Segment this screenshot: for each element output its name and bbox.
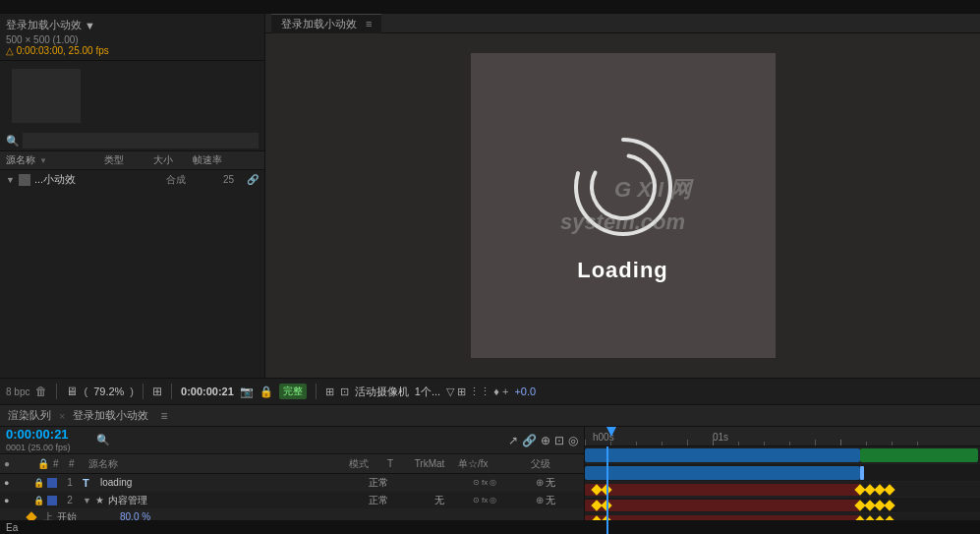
comp-tab-close[interactable]: ≡ <box>366 18 372 30</box>
toolbar-sep-4 <box>316 384 317 399</box>
layer-type-text-icon: T <box>83 477 96 489</box>
fx-icon-1[interactable]: fx <box>482 478 488 487</box>
project-thumbnail <box>12 69 81 123</box>
toolbar-sep-2 <box>143 384 144 399</box>
lch-t: T <box>387 458 401 469</box>
left-panel: 登录加载小动效 ▼ 500 × 500 (1.00) △ 0:00:03:00,… <box>0 14 265 378</box>
col-header-size: 大小 <box>153 153 183 167</box>
time-sub: 0001 (25.00 fps) <box>6 443 85 453</box>
lock-icon[interactable]: 🔒 <box>259 386 273 398</box>
motion-blur-1[interactable]: ◎ <box>490 478 496 487</box>
table-row[interactable]: ● 🔒 1 T loading 正常 ⊙ fx ◎ ⊕ <box>0 474 584 492</box>
center-panel: 登录加载小动效 ≡ Loading G X <box>265 14 980 378</box>
solo-icon-1[interactable]: ⊙ <box>473 478 480 487</box>
comp-tab[interactable]: 登录加载小动效 ≡ <box>271 14 381 33</box>
tab-separator: × <box>59 410 65 422</box>
view-icon2[interactable]: ⊡ <box>340 386 349 398</box>
file-name: ...小动效 <box>34 172 162 187</box>
layer-trkmat-2[interactable]: 无 <box>434 494 469 507</box>
time-display[interactable]: 0:00:00:21 <box>6 427 85 443</box>
solo-icon-2[interactable]: ⊙ <box>473 496 480 504</box>
view-icons[interactable]: ▽ ⊞ ⋮⋮ ♦ + <box>446 386 508 398</box>
playhead-marker[interactable] <box>606 427 616 437</box>
toolbar-sep-1 <box>56 384 57 399</box>
search-icon: 🔍 <box>6 135 20 148</box>
lock-icon-1[interactable]: 🔒 <box>33 478 43 488</box>
project-title: 登录加载小动效 ▼ <box>6 18 259 32</box>
layer-star-icon: ★ <box>95 495 104 505</box>
project-search-input[interactable] <box>23 133 259 148</box>
col-header-rate: 帧速率 <box>193 153 232 167</box>
layer-parent-2[interactable]: 无 <box>546 494 580 507</box>
lock-icon-2[interactable]: 🔒 <box>33 496 43 505</box>
lch-parent: 父级 <box>531 457 580 471</box>
tl-tool-4[interactable]: ⊡ <box>554 434 564 447</box>
camera-label[interactable]: 活动摄像机 <box>355 385 409 399</box>
trash-icon[interactable]: 🗑 <box>35 385 47 398</box>
track-bar-shape[interactable] <box>585 466 860 480</box>
motion-blur-2[interactable]: ◎ <box>490 496 496 504</box>
offset-value[interactable]: +0.0 <box>514 386 536 397</box>
project-header: 登录加载小动效 ▼ 500 × 500 (1.00) △ 0:00:03:00,… <box>0 14 264 61</box>
layer-parent-label-1: ⊕ <box>536 477 542 488</box>
track-bar-loading[interactable] <box>585 448 860 462</box>
layer-mode-2[interactable]: 正常 <box>369 494 413 507</box>
top-bar <box>0 0 980 14</box>
keyframe-diamond-0f[interactable] <box>884 484 894 495</box>
timecode-display[interactable]: 0:00:00:21 <box>181 386 234 397</box>
preview-canvas: Loading <box>471 53 776 358</box>
list-item[interactable]: ▼ ...小动效 合成 25 🔗 <box>0 170 264 189</box>
preview-wrapper: Loading G X I 网 system.com <box>471 53 776 358</box>
table-row[interactable]: ● 🔒 2 ▼ ★ 内容管理 正常 无 ⊙ fx ◎ ⊕ <box>0 492 584 509</box>
layer-name-1: loading <box>100 477 365 488</box>
eye-icon-2[interactable]: ● <box>4 496 16 505</box>
comp-tab-label: 登录加载小动效 <box>281 18 357 30</box>
comp-tab-bar: 登录加载小动效 ≡ <box>265 14 980 33</box>
grid-icon[interactable]: ⊞ <box>152 385 162 398</box>
project-dropdown-arrow[interactable]: ▼ <box>85 20 95 31</box>
view-icon1[interactable]: ⊞ <box>325 386 334 398</box>
lch-switches: 单☆/fx <box>458 457 527 471</box>
col-header-type: 类型 <box>104 153 144 167</box>
bottom-status: Ea <box>0 520 980 534</box>
toolbar-row: 8 bpc 🗑 🖥 ( 79.2% ) ⊞ 0:00:00:21 📷 🔒 完整 … <box>0 378 980 405</box>
project-size: 500 × 500 (1.00) <box>6 34 259 45</box>
project-search-bar: 🔍 <box>0 131 264 150</box>
monitor-icon[interactable]: 🖥 <box>66 385 78 398</box>
bpc-label: 8 bpc <box>6 386 29 397</box>
layer-collapse-2[interactable]: ▼ <box>83 496 91 505</box>
loading-text: Loading <box>577 258 668 283</box>
zoom-value[interactable]: 79.2% <box>93 386 124 397</box>
lch-trkmat: TrkMat <box>405 458 454 469</box>
track-sub-lane-1 <box>585 498 980 513</box>
timeline-menu-icon[interactable]: ≡ <box>160 409 167 423</box>
project-warning: △ 0:00:03:00, 25.00 fps <box>6 45 259 56</box>
zoom-display[interactable]: ( <box>84 386 87 397</box>
col-sort-icon[interactable]: ▼ <box>39 156 47 165</box>
search-tl-icon[interactable]: 🔍 <box>96 434 110 446</box>
timeline-right: h00s 01s <box>585 427 980 534</box>
keyframe-diamond-1f[interactable] <box>884 500 894 510</box>
shape-bar-right <box>860 466 864 480</box>
toolbar-sep-3 <box>171 384 172 399</box>
tl-tool-5[interactable]: ◎ <box>568 434 578 447</box>
queue-tab[interactable]: 渲染队列 <box>8 408 51 423</box>
layer-mode-1[interactable]: 正常 <box>369 476 413 490</box>
tl-tool-1[interactable]: ↗ <box>508 434 518 447</box>
count-label[interactable]: 1个... <box>415 385 440 399</box>
list-item-collapse[interactable]: ▼ <box>6 175 15 185</box>
track-bar-loading-green <box>860 448 978 462</box>
lch-num: # <box>69 458 85 469</box>
track-lane-0 <box>585 446 980 464</box>
eye-icon-1[interactable]: ● <box>4 478 16 488</box>
playhead-line[interactable] <box>606 446 608 534</box>
layer-switches-2: ⊙ fx ◎ <box>473 496 532 504</box>
project-name-label: 登录加载小动效 <box>6 18 82 32</box>
tl-tool-2[interactable]: 🔗 <box>522 434 537 447</box>
fx-icon-2[interactable]: fx <box>482 496 488 504</box>
tl-tool-3[interactable]: ⊕ <box>541 434 550 447</box>
comp-timeline-tab[interactable]: 登录加载小动效 <box>73 408 148 423</box>
layer-name-2: 内容管理 <box>108 494 365 507</box>
camera-icon[interactable]: 📷 <box>240 386 254 398</box>
layer-parent-1[interactable]: 无 <box>546 476 580 490</box>
